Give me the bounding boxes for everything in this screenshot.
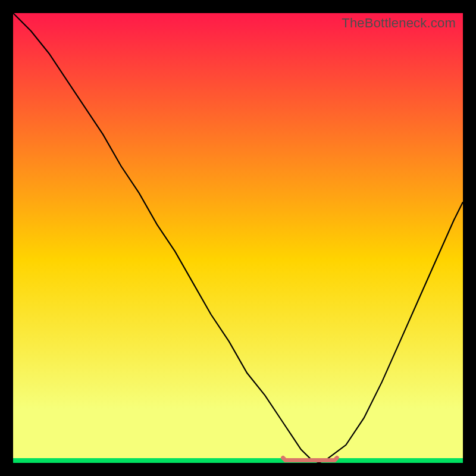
- chart-frame: TheBottleneck.com: [0, 0, 476, 476]
- gradient-background: [13, 13, 463, 463]
- plot-area: TheBottleneck.com: [13, 13, 463, 463]
- green-baseline-stripe: [13, 458, 463, 463]
- watermark-text: TheBottleneck.com: [342, 15, 456, 31]
- baseline-marker: [283, 458, 337, 461]
- chart-svg: [13, 13, 463, 463]
